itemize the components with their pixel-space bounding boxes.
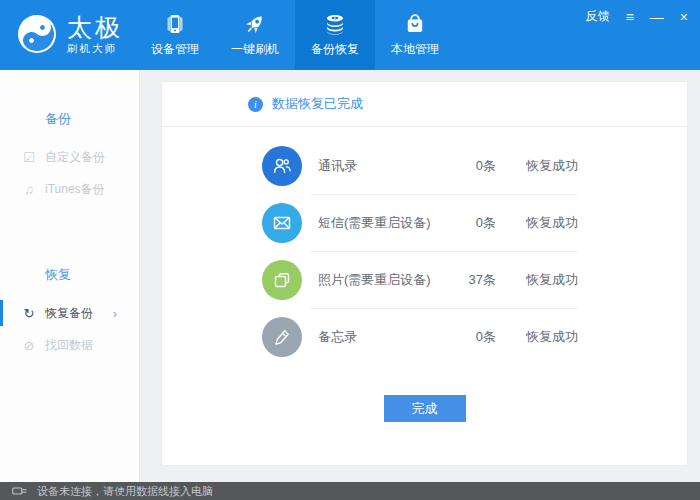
tab-local-management[interactable]: 本地管理 [375, 0, 455, 70]
minimize-icon[interactable]: — [650, 10, 664, 24]
row-contacts: 通讯录 0条 恢复成功 [262, 137, 592, 194]
done-button[interactable]: 完成 [384, 395, 466, 422]
sidebar-section-recovery: 恢复 [0, 266, 139, 284]
status-bar: 设备未连接，请使用数据线接入电脑 [0, 482, 700, 500]
tab-label: 本地管理 [391, 41, 439, 58]
sidebar-item-retrieve-data[interactable]: ⊘ 找回数据 [0, 330, 139, 360]
tab-label: 设备管理 [151, 41, 199, 58]
main-nav: 设备管理 一键刷机 备份恢复 [135, 0, 455, 70]
pen-icon [262, 317, 302, 357]
bag-icon [403, 12, 427, 36]
row-photos: 照片(需要重启设备) 37条 恢复成功 [262, 251, 592, 308]
sidebar: 备份 ☑ 自定义备份 ♫ iTunes备份 恢复 ↻ 恢复备份 › ⊘ 找回数据 [0, 70, 140, 482]
row-status: 恢复成功 [526, 328, 592, 346]
row-status: 恢复成功 [526, 214, 592, 232]
circle-slash-icon: ⊘ [22, 338, 36, 353]
recovery-rows: 通讯录 0条 恢复成功 短信(需要重启设备) 0条 恢复成功 [162, 127, 687, 365]
contacts-icon [262, 146, 302, 186]
usb-cable-icon [12, 486, 28, 496]
main-area: i 数据恢复已完成 通讯录 0条 恢复成功 [140, 70, 700, 482]
row-memos: 备忘录 0条 恢复成功 [262, 308, 592, 365]
row-count: 0条 [436, 157, 496, 175]
refresh-icon: ↻ [22, 306, 36, 321]
brand-title: 太极 [67, 15, 123, 40]
chevron-right-icon: › [113, 306, 117, 321]
tab-label: 备份恢复 [311, 41, 359, 58]
close-icon[interactable]: × [680, 10, 688, 24]
music-note-icon: ♫ [22, 182, 36, 197]
sidebar-item-label: 恢复备份 [45, 305, 93, 322]
tab-one-key-flash[interactable]: 一键刷机 [215, 0, 295, 70]
row-count: 37条 [436, 271, 496, 289]
database-icon [323, 12, 347, 36]
photos-icon [262, 260, 302, 300]
notice-bar: i 数据恢复已完成 [162, 82, 687, 127]
info-icon: i [248, 97, 263, 112]
row-label: 备忘录 [318, 328, 436, 346]
sidebar-item-restore-backup[interactable]: ↻ 恢复备份 › [0, 298, 139, 328]
row-count: 0条 [436, 214, 496, 232]
row-count: 0条 [436, 328, 496, 346]
app-logo: 太极 刷机大师 [16, 13, 123, 55]
row-label: 照片(需要重启设备) [318, 271, 436, 289]
row-label: 通讯录 [318, 157, 436, 175]
row-label: 短信(需要重启设备) [318, 214, 436, 232]
feedback-link[interactable]: 反馈 [586, 8, 610, 25]
recovery-panel: i 数据恢复已完成 通讯录 0条 恢复成功 [162, 82, 687, 465]
rocket-icon [243, 12, 267, 36]
sidebar-item-itunes-backup[interactable]: ♫ iTunes备份 [0, 174, 139, 204]
row-status: 恢复成功 [526, 271, 592, 289]
sidebar-item-label: 自定义备份 [45, 149, 105, 166]
window-controls: 反馈 ≡ — × [586, 8, 688, 25]
sidebar-item-label: 找回数据 [45, 337, 93, 354]
status-text: 设备未连接，请使用数据线接入电脑 [37, 484, 213, 499]
row-status: 恢复成功 [526, 157, 592, 175]
device-icon [163, 12, 187, 36]
taiji-logo-icon [16, 13, 58, 55]
tab-device-management[interactable]: 设备管理 [135, 0, 215, 70]
row-sms: 短信(需要重启设备) 0条 恢复成功 [262, 194, 592, 251]
checkbox-icon: ☑ [22, 150, 36, 165]
notice-text: 数据恢复已完成 [272, 95, 363, 113]
envelope-icon [262, 203, 302, 243]
sidebar-item-label: iTunes备份 [45, 181, 105, 198]
tab-backup-recovery[interactable]: 备份恢复 [295, 0, 375, 70]
app-header: 太极 刷机大师 设备管理 一键刷机 [0, 0, 700, 70]
sidebar-item-custom-backup[interactable]: ☑ 自定义备份 [0, 142, 139, 172]
sidebar-section-backup: 备份 [0, 110, 139, 128]
menu-icon[interactable]: ≡ [626, 10, 634, 24]
brand-subtitle: 刷机大师 [67, 43, 123, 54]
tab-label: 一键刷机 [231, 41, 279, 58]
